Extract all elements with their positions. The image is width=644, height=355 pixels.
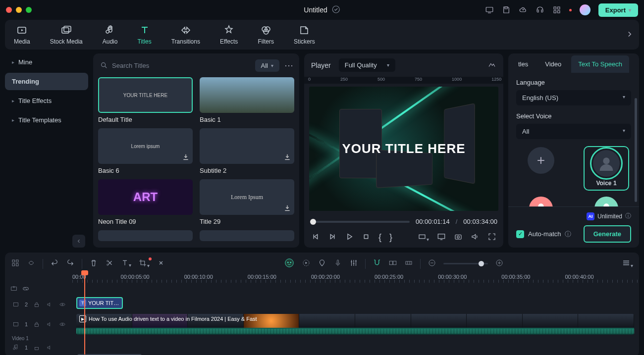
title-card-extra2[interactable] <box>200 230 294 241</box>
support-icon[interactable] <box>536 5 544 14</box>
info-icon[interactable]: ⓘ <box>625 212 631 220</box>
language-dropdown[interactable]: English (US)▾ <box>516 90 631 105</box>
title-card-default[interactable]: YOUR TITLE HERE Default Title <box>98 77 193 123</box>
voice-card-voice1[interactable]: Voice 1 <box>585 147 628 190</box>
tab-media[interactable]: Media <box>10 22 34 47</box>
voiceover-icon[interactable] <box>333 258 342 269</box>
mute-icon[interactable] <box>46 301 54 308</box>
audio-track-icon[interactable] <box>12 344 20 352</box>
export-button[interactable]: Export ▾ <box>598 3 638 17</box>
track-type-icon[interactable] <box>12 301 20 308</box>
user-avatar[interactable] <box>580 4 590 15</box>
title-card-title29[interactable]: Lorem Ipsum Title 29 <box>200 179 294 225</box>
tab-audio[interactable]: Audio <box>99 22 122 47</box>
voice-card-jason[interactable]: Jason <box>585 197 628 206</box>
screen-icon[interactable] <box>485 5 494 14</box>
title-card-extra1[interactable] <box>98 230 193 241</box>
tab-stock-media[interactable]: Stock Media <box>46 22 87 47</box>
quality-dropdown[interactable]: Full Quality▾ <box>339 58 395 72</box>
undo-icon[interactable] <box>50 258 59 269</box>
link-tracks-icon[interactable] <box>22 285 30 294</box>
split-icon[interactable] <box>105 258 114 269</box>
tab-video[interactable]: Video <box>538 55 568 73</box>
zoom-slider[interactable] <box>443 263 488 264</box>
redo-icon[interactable] <box>66 258 75 269</box>
search-input[interactable]: Search Titles <box>98 58 250 72</box>
automatch-checkbox[interactable]: ✓ Auto-match ⓘ <box>516 230 571 239</box>
text-icon[interactable]: ▾ <box>121 259 131 268</box>
window-controls[interactable] <box>6 7 32 13</box>
crop-icon[interactable]: ▾ <box>138 258 150 269</box>
sidebar-collapse-button[interactable] <box>72 235 85 248</box>
more-options-icon[interactable]: ⋯ <box>284 60 294 71</box>
tab-stickers[interactable]: Stickers <box>290 22 319 47</box>
tab-titles[interactable]: Titles <box>133 22 155 47</box>
filter-all-dropdown[interactable]: All▾ <box>255 59 279 72</box>
close-window-icon[interactable] <box>6 7 12 13</box>
marker-icon[interactable] <box>318 258 326 269</box>
ai-assistant-icon[interactable] <box>284 257 295 270</box>
zoom-out-icon[interactable] <box>428 258 436 269</box>
mute-icon[interactable] <box>46 320 54 328</box>
sidebar-item-trending[interactable]: Trending <box>5 73 88 90</box>
tab-filters[interactable]: Filters <box>254 22 278 47</box>
mixer-icon[interactable] <box>349 258 358 269</box>
minimize-window-icon[interactable] <box>16 7 22 13</box>
scrub-slider[interactable] <box>310 221 410 223</box>
save-icon[interactable] <box>502 5 511 14</box>
tab-transitions[interactable]: Transitions <box>167 22 204 47</box>
player-stats-icon[interactable] <box>487 60 496 70</box>
title-clip[interactable]: T YOUR TIT… <box>76 297 123 309</box>
lock-icon[interactable] <box>33 320 41 328</box>
mark-out-icon[interactable]: } <box>389 232 392 243</box>
fullscreen-icon[interactable] <box>487 232 496 243</box>
mute-icon[interactable] <box>46 344 54 352</box>
video-clip[interactable]: ▶How To use Audio driven text to a video… <box>76 314 634 335</box>
add-voice-button[interactable]: + <box>519 147 563 190</box>
magnetic-icon[interactable] <box>373 258 381 269</box>
visibility-icon[interactable] <box>58 320 66 328</box>
edit-mode-icon[interactable] <box>27 258 36 269</box>
lock-icon[interactable] <box>33 301 41 308</box>
title-card-basic1[interactable]: Basic 1 <box>200 77 294 123</box>
info-icon[interactable]: ⓘ <box>565 230 571 239</box>
cloud-icon[interactable] <box>519 5 528 14</box>
title-card-neon09[interactable]: ART Neon Title 09 <box>98 179 193 225</box>
sidebar-item-title-effects[interactable]: ▸Title Effects <box>5 92 88 109</box>
maximize-window-icon[interactable] <box>26 7 32 13</box>
apps-grid-icon[interactable] <box>552 5 561 14</box>
add-track-icon[interactable] <box>10 285 18 294</box>
volume-icon[interactable] <box>471 232 480 243</box>
generate-button[interactable]: Generate <box>584 225 631 243</box>
auto-ripple-icon[interactable] <box>404 258 413 269</box>
track-type-icon[interactable] <box>12 320 20 328</box>
visibility-icon[interactable] <box>58 301 66 308</box>
track-display-icon[interactable]: ▾ <box>622 258 633 269</box>
next-frame-icon[interactable] <box>328 232 337 243</box>
preview-viewport[interactable]: YOUR TITLE HERE <box>309 87 498 211</box>
toolbar-next-icon[interactable] <box>625 30 634 40</box>
more-tools-icon[interactable] <box>157 258 165 269</box>
title-card-basic6[interactable]: Lorem ipsum Basic 6 <box>98 128 193 174</box>
render-icon[interactable] <box>302 258 311 269</box>
scrollbar[interactable] <box>635 98 637 247</box>
prev-frame-icon[interactable] <box>311 232 320 243</box>
aspect-ratio-icon[interactable]: ▾ <box>418 232 429 243</box>
voice-filter-dropdown[interactable]: All▾ <box>516 124 631 139</box>
stop-icon[interactable] <box>362 232 371 243</box>
lock-icon[interactable] <box>33 344 41 352</box>
title-card-subtitle2[interactable]: Subtitle 2 <box>200 128 294 174</box>
scrollbar-thumb[interactable] <box>635 98 637 202</box>
mark-in-icon[interactable]: { <box>378 232 381 243</box>
display-icon[interactable] <box>437 232 446 243</box>
sidebar-item-title-templates[interactable]: ▸Title Templates <box>5 111 88 129</box>
scrub-handle[interactable] <box>310 219 316 225</box>
playhead[interactable] <box>84 274 85 355</box>
timeline-ruler[interactable]: 00:00 00:00:05:00 00:00:10:00 00:00:15:0… <box>10 274 634 285</box>
snapshot-icon[interactable] <box>454 232 463 243</box>
play-icon[interactable] <box>345 232 354 243</box>
tab-effects[interactable]: Effects <box>216 22 242 47</box>
voice-card-jenny[interactable]: Jenny <box>519 197 563 206</box>
zoom-in-icon[interactable] <box>495 258 504 269</box>
tab-text-to-speech[interactable]: Text To Speech <box>571 55 629 73</box>
